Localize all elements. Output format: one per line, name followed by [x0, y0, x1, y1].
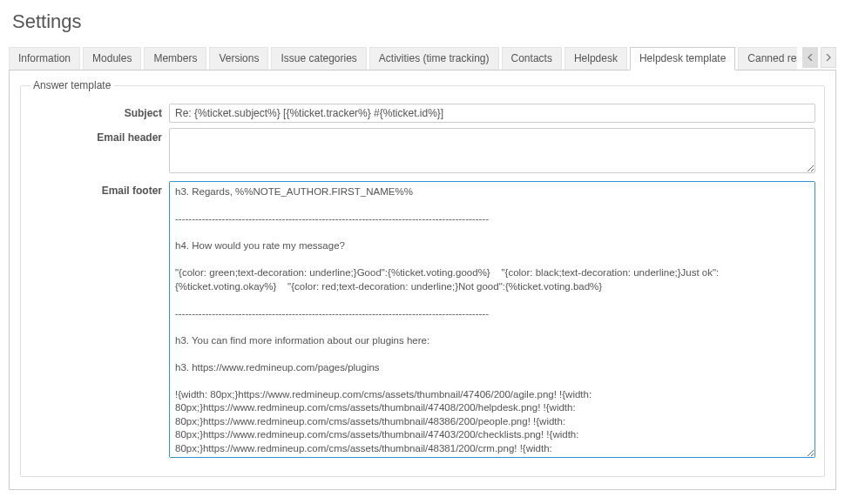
subject-input[interactable] — [169, 104, 815, 123]
tab-scroll-arrows — [802, 47, 836, 71]
row-email-footer: Email footer — [30, 181, 815, 460]
tab-activities[interactable]: Activities (time tracking) — [369, 47, 499, 71]
tab-modules[interactable]: Modules — [83, 47, 141, 71]
tab-scroll-left[interactable] — [802, 47, 818, 68]
chevron-left-icon — [808, 54, 813, 61]
tab-members[interactable]: Members — [144, 47, 206, 71]
row-email-header: Email header — [30, 128, 815, 176]
tab-scroll-right[interactable] — [821, 47, 836, 68]
tab-information[interactable]: Information — [9, 47, 80, 71]
email-header-textarea[interactable] — [169, 128, 815, 173]
email-footer-textarea[interactable] — [169, 181, 815, 458]
tab-issue-categories[interactable]: Issue categories — [271, 47, 366, 71]
label-email-header: Email header — [30, 128, 169, 144]
chevron-right-icon — [826, 54, 831, 61]
tabs: Information Modules Members Versions Iss… — [9, 47, 797, 71]
tabs-container: Information Modules Members Versions Iss… — [9, 47, 836, 71]
tab-helpdesk-template[interactable]: Helpdesk template — [630, 47, 735, 71]
tab-helpdesk[interactable]: Helpdesk — [564, 47, 627, 71]
tab-versions[interactable]: Versions — [209, 47, 268, 71]
fieldset-legend: Answer template — [30, 79, 114, 91]
tab-contacts[interactable]: Contacts — [502, 47, 562, 71]
tab-canned-responses[interactable]: Canned responses — [738, 47, 797, 71]
label-email-footer: Email footer — [30, 181, 169, 197]
answer-template-fieldset: Answer template Subject Email header Ema… — [20, 79, 825, 477]
page-title: Settings — [12, 10, 836, 33]
tab-content: Answer template Subject Email header Ema… — [9, 70, 836, 490]
label-subject: Subject — [30, 104, 169, 119]
row-subject: Subject — [30, 104, 815, 123]
